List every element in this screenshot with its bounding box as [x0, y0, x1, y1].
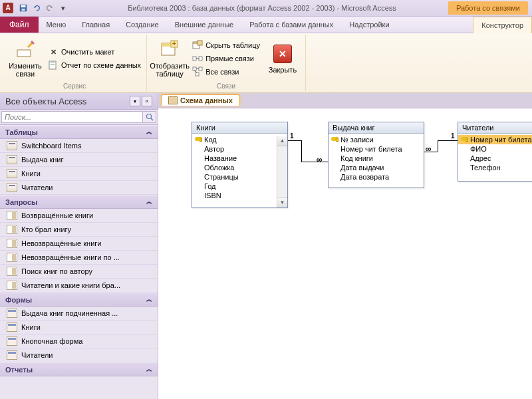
search-input[interactable]: [1, 111, 143, 123]
svg-rect-3: [17, 50, 31, 57]
external-data-tab[interactable]: Внешние данные: [167, 17, 241, 33]
table-field[interactable]: Год: [192, 182, 287, 191]
table-field[interactable]: Адрес: [458, 154, 532, 163]
table-field[interactable]: Номер чит билета: [458, 135, 532, 144]
edit-relationships-icon: [15, 39, 36, 61]
table-field[interactable]: Код книги: [329, 154, 424, 163]
relationship-report-button[interactable]: Отчет по схеме данных: [47, 59, 142, 71]
relationship-line[interactable]: [438, 140, 458, 141]
all-relationships-button[interactable]: Все связи: [191, 66, 261, 78]
relationship-report-icon: [48, 60, 59, 70]
ribbon: Изменить связи ✕ Очистить макет Отчет по…: [0, 33, 532, 93]
query-item[interactable]: Невозвращённые книги: [0, 237, 158, 251]
query-icon: [7, 211, 17, 220]
query-item[interactable]: Кто брал книгу: [0, 223, 158, 237]
table-item[interactable]: Switchboard Items: [0, 139, 158, 153]
table-field[interactable]: Страницы: [192, 172, 287, 182]
relationships-canvas[interactable]: Книги Код Автор Название Обложка Страниц…: [158, 108, 532, 399]
relationship-line[interactable]: [301, 162, 328, 162]
table-field[interactable]: Название: [192, 154, 287, 163]
table-field[interactable]: № записи: [329, 135, 424, 144]
query-item[interactable]: Невозвращённые книги по ...: [0, 251, 158, 265]
hide-table-button[interactable]: Скрыть таблицу: [191, 39, 261, 51]
form-item[interactable]: Книги: [0, 321, 158, 334]
query-item[interactable]: Поиск книг по автору: [0, 265, 158, 279]
table-icon: [7, 141, 17, 150]
table-icon: [7, 169, 17, 178]
table-field[interactable]: Номер чит билета: [329, 144, 424, 154]
qat-dropdown-icon[interactable]: ▾: [57, 2, 69, 14]
nav-section-reports[interactable]: Отчеты︽: [0, 362, 158, 376]
all-relationships-label: Все связи: [205, 68, 239, 76]
addins-tab[interactable]: Надстройки: [341, 17, 397, 33]
nav-section-tables[interactable]: Таблицы︽: [0, 125, 158, 139]
form-icon: [7, 309, 17, 318]
query-icon: [7, 281, 17, 290]
table-field[interactable]: Дата выдачи: [329, 163, 424, 172]
database-tools-tab[interactable]: Работа с базами данных: [241, 17, 341, 33]
nav-collapse-icon[interactable]: «: [142, 96, 152, 106]
table-item[interactable]: Книги: [0, 167, 158, 181]
app-icon: A: [3, 3, 13, 13]
create-tab[interactable]: Создание: [118, 17, 167, 33]
clear-layout-icon: ✕: [48, 47, 59, 57]
undo-icon[interactable]: [31, 2, 43, 14]
home-tab[interactable]: Главная: [74, 17, 118, 33]
table-field[interactable]: Дата возврата: [329, 172, 424, 182]
ribbon-group-relationships: + Отобразить таблицу Скрыть таблицу Прям…: [147, 35, 306, 91]
relationship-line[interactable]: [288, 140, 301, 141]
scroll-up-icon[interactable]: ▲: [277, 136, 287, 146]
form-item[interactable]: Читатели: [0, 348, 158, 362]
table-field[interactable]: Обложка: [192, 163, 287, 172]
table-scrollbar[interactable]: ▲ ▼: [277, 136, 287, 207]
nav-menu-dropdown-icon[interactable]: ▾: [130, 96, 140, 106]
file-tab[interactable]: Файл: [0, 17, 39, 33]
redo-icon[interactable]: [44, 2, 56, 14]
table-box-books[interactable]: Книги Код Автор Название Обложка Страниц…: [192, 122, 288, 208]
close-button[interactable]: ✕ Закрыть: [264, 36, 301, 81]
nav-section-queries[interactable]: Запросы︽: [0, 195, 158, 209]
table-field[interactable]: Код: [192, 135, 287, 144]
query-icon: [7, 267, 17, 276]
document-tab[interactable]: Схема данных: [161, 94, 240, 106]
relationship-line[interactable]: [301, 140, 302, 162]
relationships-icon: [168, 96, 178, 104]
direct-relationships-icon: [192, 53, 203, 64]
edit-relationships-button[interactable]: Изменить связи: [7, 36, 44, 81]
table-icon: [7, 183, 17, 192]
table-box-loans[interactable]: Выдача книг № записи Номер чит билета Ко…: [328, 122, 424, 188]
form-item[interactable]: Выдача книг подчиненная ...: [0, 307, 158, 321]
query-item[interactable]: Возвращённые книги: [0, 209, 158, 223]
quick-access-toolbar: ▾: [17, 2, 69, 14]
relationship-line[interactable]: [438, 140, 438, 152]
hide-table-label: Скрыть таблицу: [205, 41, 260, 49]
collapse-icon: ︽: [146, 128, 152, 136]
navigation-pane: Все объекты Access ▾ « Таблицы︽ Switchbo…: [0, 93, 158, 399]
table-field[interactable]: ISBN: [192, 191, 287, 200]
form-item[interactable]: Кнопочная форма: [0, 334, 158, 348]
svg-rect-1: [21, 5, 26, 8]
show-table-button[interactable]: + Отобразить таблицу: [151, 36, 188, 81]
form-icon: [7, 336, 17, 346]
table-box-readers[interactable]: Читатели Номер чит билета ФИО Адрес Теле…: [458, 122, 532, 182]
query-item[interactable]: Читатели и какие книги бра...: [0, 279, 158, 293]
table-item[interactable]: Выдача книг: [0, 153, 158, 167]
nav-search: [0, 110, 158, 125]
nav-header[interactable]: Все объекты Access ▾ «: [0, 93, 158, 110]
table-field[interactable]: ФИО: [458, 144, 532, 154]
svg-rect-17: [193, 67, 196, 70]
ribbon-group-relationships-label: Связи: [151, 81, 301, 90]
svg-rect-13: [198, 41, 202, 45]
design-tab[interactable]: Конструктор: [473, 17, 532, 33]
save-icon[interactable]: [17, 2, 29, 14]
table-field[interactable]: Автор: [192, 144, 287, 154]
search-icon[interactable]: [143, 111, 156, 123]
direct-relationships-button[interactable]: Прямые связи: [191, 53, 261, 65]
table-field[interactable]: Телефон: [458, 163, 532, 172]
clear-layout-button[interactable]: ✕ Очистить макет: [47, 46, 142, 58]
svg-rect-14: [193, 57, 196, 61]
nav-section-forms[interactable]: Формы︽: [0, 293, 158, 307]
menu-tab[interactable]: Меню: [39, 17, 74, 33]
table-item[interactable]: Читатели: [0, 181, 158, 195]
scroll-down-icon[interactable]: ▼: [277, 197, 287, 207]
